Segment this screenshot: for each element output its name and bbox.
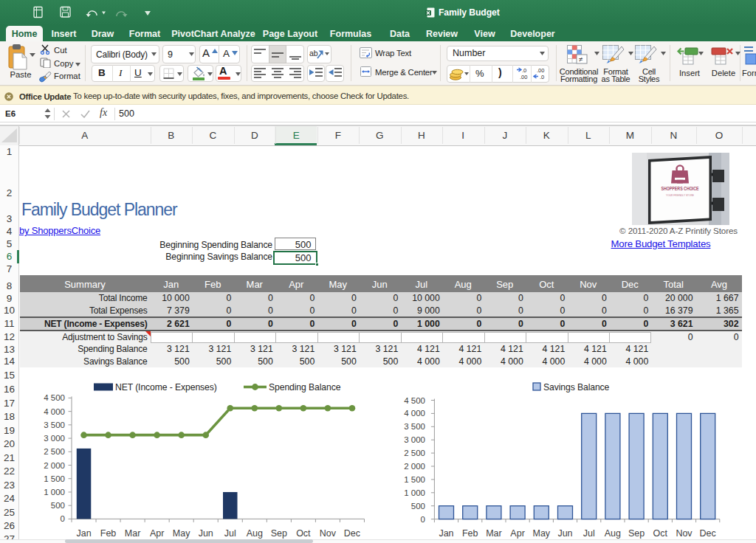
svg-text:2 500: 2 500 — [404, 449, 425, 457]
svg-text:3 000: 3 000 — [404, 435, 425, 444]
svg-text:Jan: Jan — [76, 528, 91, 539]
svg-text:0: 0 — [421, 515, 425, 524]
svg-text:Mar: Mar — [125, 528, 141, 539]
svg-text:Sep: Sep — [271, 528, 287, 539]
svg-text:.0: .0 — [522, 67, 526, 74]
svg-text:2 000: 2 000 — [404, 462, 425, 471]
svg-text:500: 500 — [411, 502, 425, 511]
svg-text:.00: .00 — [537, 67, 544, 74]
svg-text:3 500: 3 500 — [404, 422, 425, 431]
svg-text:ab: ab — [309, 49, 318, 58]
svg-text:Jun: Jun — [199, 528, 213, 539]
svg-text:SHOPPERS CHOICE: SHOPPERS CHOICE — [662, 186, 699, 191]
svg-text:2 500: 2 500 — [44, 447, 65, 456]
svg-text:Aug: Aug — [605, 528, 621, 539]
svg-text:May: May — [532, 528, 550, 539]
svg-text:YOUR FRIENDLY STORE: YOUR FRIENDLY STORE — [666, 194, 694, 197]
svg-text:Feb: Feb — [100, 528, 117, 539]
svg-text:Nov: Nov — [676, 528, 693, 539]
svg-text:Mar: Mar — [486, 528, 502, 539]
svg-text:Jun: Jun — [557, 528, 572, 539]
svg-text:1 000: 1 000 — [404, 488, 425, 497]
svg-text:3 500: 3 500 — [44, 421, 65, 429]
svg-text:4 000: 4 000 — [404, 409, 425, 418]
svg-text:Oct: Oct — [653, 528, 668, 539]
svg-text:.0: .0 — [540, 74, 544, 80]
svg-text:1 500: 1 500 — [44, 474, 65, 483]
svg-text:0: 0 — [61, 514, 65, 523]
svg-text:Dec: Dec — [700, 528, 716, 539]
svg-text:Oct: Oct — [296, 528, 311, 539]
svg-text:Jan: Jan — [439, 528, 453, 539]
svg-text:NET (Income - Expenses): NET (Income - Expenses) — [115, 382, 217, 392]
svg-text:Aug: Aug — [247, 528, 263, 539]
svg-text:Jul: Jul — [583, 528, 595, 539]
svg-text:4 500: 4 500 — [404, 396, 425, 405]
svg-text:500: 500 — [51, 501, 65, 510]
svg-text:Nov: Nov — [320, 528, 337, 539]
svg-text:4 500: 4 500 — [44, 393, 65, 402]
svg-text:Jul: Jul — [224, 528, 236, 539]
svg-text:1 500: 1 500 — [404, 475, 425, 484]
svg-text:Apr: Apr — [510, 528, 524, 539]
svg-text:2 000: 2 000 — [44, 461, 65, 470]
svg-text:1 000: 1 000 — [44, 488, 65, 497]
svg-text:Feb: Feb — [462, 528, 478, 539]
svg-text:Sep: Sep — [628, 528, 645, 539]
svg-text:May: May — [173, 528, 190, 539]
svg-text:4 000: 4 000 — [44, 407, 65, 416]
svg-text:Dec: Dec — [344, 528, 360, 539]
svg-text:Apr: Apr — [150, 528, 164, 539]
svg-text:Savings Balance: Savings Balance — [543, 382, 610, 392]
svg-text:Spending Balance: Spending Balance — [269, 382, 341, 392]
svg-text:3 000: 3 000 — [44, 434, 65, 443]
svg-text:.00: .00 — [520, 74, 527, 80]
svg-text:≠: ≠ — [579, 55, 583, 63]
